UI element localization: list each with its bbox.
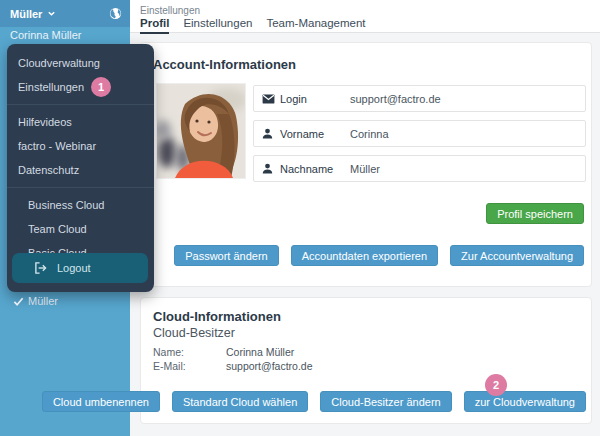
owner-name-row: Name: Corinna Müller bbox=[153, 346, 184, 358]
export-account-data-button[interactable]: Accountdaten exportieren bbox=[291, 245, 438, 266]
menu-item-einstellungen[interactable]: Einstellungen 1 bbox=[7, 75, 154, 99]
save-row: Profil speichern bbox=[486, 203, 584, 224]
field-label: Vorname bbox=[280, 128, 336, 140]
account-actions: Passwort ändern Accountdaten exportieren… bbox=[174, 245, 584, 266]
cloud-info-card: Cloud-Informationen Cloud-Besitzer Name:… bbox=[140, 297, 592, 424]
user-name: Corinna Müller bbox=[10, 29, 82, 41]
app-window: Müller Corinna Müller Cloudverwaltung Ei… bbox=[0, 0, 600, 436]
field-value: Müller bbox=[350, 163, 380, 175]
cloud-dropdown-menu: Cloudverwaltung Einstellungen 1 Hilfevid… bbox=[7, 44, 154, 292]
account-fields: Login support@factro.de Vorname Corinna … bbox=[253, 85, 586, 190]
vorname-field[interactable]: Vorname Corinna bbox=[253, 120, 586, 147]
user-icon bbox=[262, 128, 278, 139]
account-info-card: Account-Informationen bbox=[140, 42, 592, 287]
main-content: Einstellungen Profil Einstellungen Team-… bbox=[130, 0, 600, 436]
menu-item-cloudverwaltung[interactable]: Cloudverwaltung bbox=[7, 51, 154, 75]
owner-email-value: support@factro.de bbox=[226, 360, 313, 372]
step-badge-2: 2 bbox=[485, 374, 507, 396]
save-profile-button[interactable]: Profil speichern bbox=[486, 203, 584, 224]
cloud-owner-subtitle: Cloud-Besitzer bbox=[153, 326, 235, 340]
field-value: support@factro.de bbox=[350, 93, 441, 105]
chevron-down-icon bbox=[47, 9, 56, 18]
globe-icon[interactable] bbox=[109, 7, 122, 20]
menu-item-team-cloud[interactable]: Team Cloud bbox=[7, 217, 154, 241]
rename-cloud-button[interactable]: Cloud umbenennen bbox=[42, 391, 160, 412]
breadcrumb: Einstellungen bbox=[140, 5, 200, 16]
nachname-field[interactable]: Nachname Müller bbox=[253, 155, 586, 182]
tab-einstellungen[interactable]: Einstellungen bbox=[183, 17, 252, 34]
menu-item-datenschutz[interactable]: Datenschutz bbox=[7, 158, 154, 182]
owner-email-row: E-Mail: support@factro.de bbox=[153, 360, 186, 372]
menu-item-mueller-cloud[interactable]: Müller bbox=[7, 289, 154, 313]
menu-item-business-cloud[interactable]: Business Cloud bbox=[7, 193, 154, 217]
field-label: Nachname bbox=[280, 163, 336, 175]
logout-label: Logout bbox=[57, 262, 91, 274]
logout-button[interactable]: Logout bbox=[12, 253, 148, 283]
login-field[interactable]: Login support@factro.de bbox=[253, 85, 586, 112]
menu-divider bbox=[7, 104, 154, 105]
mail-icon bbox=[262, 94, 278, 104]
tab-team-management[interactable]: Team-Management bbox=[266, 17, 365, 34]
user-icon bbox=[262, 163, 278, 174]
menu-item-hilfevideos[interactable]: Hilfevideos bbox=[7, 110, 154, 134]
cloud-management-button[interactable]: zur Cloudverwaltung bbox=[464, 391, 586, 412]
tab-profil[interactable]: Profil bbox=[140, 17, 169, 34]
change-password-button[interactable]: Passwort ändern bbox=[174, 245, 279, 266]
field-label: Login bbox=[280, 93, 336, 105]
cloud-selector-label: Müller bbox=[10, 8, 42, 20]
menu-item-factro-webinar[interactable]: factro - Webinar bbox=[7, 134, 154, 158]
profile-photo[interactable] bbox=[156, 83, 246, 179]
tab-bar: Profil Einstellungen Team-Management bbox=[140, 17, 366, 34]
owner-email-label: E-Mail: bbox=[153, 360, 186, 372]
owner-name-value: Corinna Müller bbox=[226, 346, 294, 358]
topbar: Einstellungen Profil Einstellungen Team-… bbox=[130, 0, 600, 33]
menu-divider bbox=[7, 187, 154, 188]
cloud-info-title: Cloud-Informationen bbox=[153, 309, 281, 324]
change-cloud-owner-button[interactable]: Cloud-Besitzer ändern bbox=[320, 391, 451, 412]
account-management-button[interactable]: Zur Accountverwaltung bbox=[450, 245, 584, 266]
account-info-title: Account-Informationen bbox=[153, 57, 296, 72]
checkmark-icon bbox=[13, 296, 24, 307]
cloud-selector[interactable]: Müller bbox=[0, 0, 130, 27]
default-cloud-button[interactable]: Standard Cloud wählen bbox=[172, 391, 308, 412]
field-value: Corinna bbox=[350, 128, 389, 140]
logout-icon bbox=[34, 262, 47, 274]
owner-name-label: Name: bbox=[153, 346, 184, 358]
cloud-actions: Cloud umbenennen Standard Cloud wählen C… bbox=[42, 391, 586, 412]
step-badge-1: 1 bbox=[91, 77, 111, 97]
